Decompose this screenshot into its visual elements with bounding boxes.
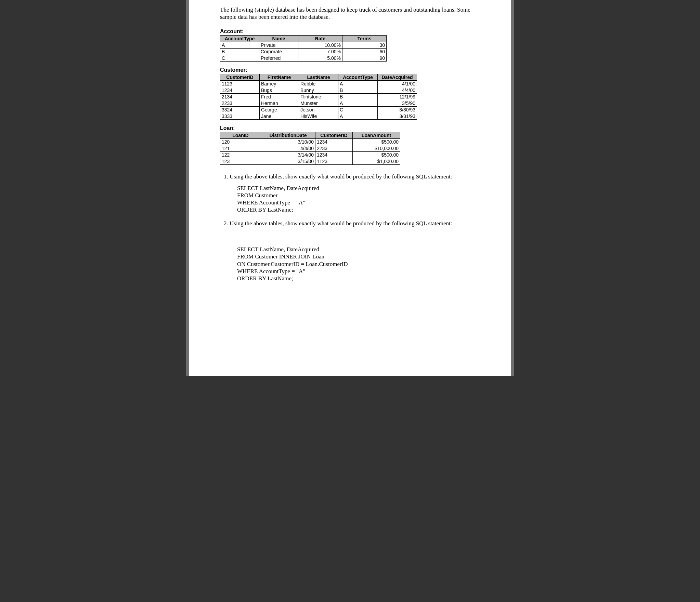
question-2-sql-text: SELECT LastName, DateAcquired FROM Custo…: [237, 246, 480, 282]
cell-type: B: [338, 93, 378, 100]
cell-type: C: [338, 106, 378, 113]
document-page: The following (simple) database has been…: [186, 0, 514, 376]
cell-rate: 7.00%: [298, 48, 342, 55]
table-row: 2233 Herman Munster A 3/5/90: [220, 100, 417, 106]
cell-custid: 2233: [315, 145, 353, 151]
question-1-sql: SELECT LastName, DateAcquired FROM Custo…: [237, 185, 480, 214]
cell-terms: 30: [342, 42, 387, 48]
table-row: 120 3/10/00 1234 $500.00: [220, 138, 400, 145]
question-list: Using the above tables, show exactly wha…: [220, 173, 480, 297]
loan-table: LoanID DistributionDate CustomerID LoanA…: [220, 132, 400, 165]
table-row: 3324 George Jetson C 3/30/93: [220, 106, 417, 113]
cell-type: A: [338, 80, 378, 87]
cell-id: 1123: [220, 80, 260, 87]
cell-date: 12/1/99: [378, 93, 417, 100]
cell-date: 3/5/90: [378, 100, 417, 106]
loan-header-id: LoanID: [220, 132, 261, 138]
customer-header-date: DateAcquired: [378, 74, 417, 80]
cell-id: 3333: [220, 113, 260, 119]
cell-rate: 5.00%: [298, 55, 342, 61]
table-row: 1234 Bugs Bunny B 4/4/00: [220, 87, 417, 93]
cell-custid: 1234: [315, 151, 353, 158]
cell-last: Jetson: [299, 106, 338, 113]
table-row: 122 3/14/00 1234 $500.00: [220, 151, 400, 158]
loan-header-date: DistributionDate: [261, 132, 315, 138]
cell-date: 3/31/93: [378, 113, 417, 119]
cell-first: Herman: [260, 100, 299, 106]
cell-loanid: 122: [220, 151, 261, 158]
cell-rate: 10.00%: [298, 42, 342, 48]
cell-distdate: 3/10/00: [261, 138, 315, 145]
question-2: Using the above tables, show exactly wha…: [230, 220, 480, 297]
cell-id: 2233: [220, 100, 260, 106]
cell-last: HisWife: [299, 113, 338, 119]
cell-type: B: [338, 87, 378, 93]
cell-date: 4/4/00: [378, 87, 417, 93]
cell-custid: 1234: [315, 138, 353, 145]
table-row: 123 3/15/00 1123 $1,000.00: [220, 158, 400, 164]
table-row: 121 4/4/00 2233 $10,000.00: [220, 145, 400, 151]
customer-header-type: AccountType: [338, 74, 378, 80]
account-header-row: AccountType Name Rate Terms: [220, 35, 387, 42]
cell-loanid: 120: [220, 138, 261, 145]
account-table: AccountType Name Rate Terms A Private 10…: [220, 35, 387, 62]
table-row: B Corporate 7.00% 60: [220, 48, 387, 55]
cell-name: Private: [259, 42, 298, 48]
cell-type: A: [338, 113, 378, 119]
account-table-title: Account:: [220, 28, 480, 35]
customer-header-first: FirstName: [260, 74, 299, 80]
customer-table-title: Customer:: [220, 67, 480, 73]
cell-last: Munster: [299, 100, 338, 106]
loan-header-amount: LoanAmount: [353, 132, 400, 138]
cell-first: Fred: [260, 93, 299, 100]
cell-last: Rubble: [299, 80, 338, 87]
cell-date: 4/1/00: [378, 80, 417, 87]
loan-header-row: LoanID DistributionDate CustomerID LoanA…: [220, 132, 400, 138]
cell-amount: $1,000.00: [353, 158, 400, 164]
cell-id: 1234: [220, 87, 260, 93]
cell-custid: 1123: [315, 158, 353, 164]
cell-date: 3/30/93: [378, 106, 417, 113]
account-header-rate: Rate: [298, 35, 342, 42]
cell-loanid: 123: [220, 158, 261, 164]
cell-first: Jane: [260, 113, 299, 119]
cell-distdate: 3/14/00: [261, 151, 315, 158]
cell-type: A: [338, 100, 378, 106]
cell-amount: $500.00: [353, 138, 400, 145]
cell-name: Preferred: [259, 55, 298, 61]
cell-first: George: [260, 106, 299, 113]
cell-distdate: 4/4/00: [261, 145, 315, 151]
cell-id: 3324: [220, 106, 260, 113]
question-1: Using the above tables, show exactly wha…: [230, 173, 480, 214]
cell-loanid: 121: [220, 145, 261, 151]
customer-header-id: CustomerID: [220, 74, 260, 80]
account-header-accounttype: AccountType: [220, 35, 259, 42]
question-2-prompt: Using the above tables, show exactly wha…: [230, 220, 452, 227]
cell-accounttype: A: [220, 42, 259, 48]
cell-distdate: 3/15/00: [261, 158, 315, 164]
loan-table-title: Loan:: [220, 125, 480, 131]
cell-name: Corporate: [259, 48, 298, 55]
cell-amount: $10,000.00: [353, 145, 400, 151]
cell-last: Bunny: [299, 87, 338, 93]
table-row: 1123 Barney Rubble A 4/1/00: [220, 80, 417, 87]
loan-header-cust: CustomerID: [315, 132, 353, 138]
customer-header-last: LastName: [299, 74, 338, 80]
question-2-sql: SELECT LastName, DateAcquired FROM Custo…: [237, 231, 480, 297]
cell-first: Barney: [260, 80, 299, 87]
cell-id: 2134: [220, 93, 260, 100]
question-1-prompt: Using the above tables, show exactly wha…: [230, 173, 452, 180]
cell-terms: 60: [342, 48, 387, 55]
table-row: A Private 10.00% 30: [220, 42, 387, 48]
table-row: 3333 Jane HisWife A 3/31/93: [220, 113, 417, 119]
cell-accounttype: B: [220, 48, 259, 55]
intro-paragraph: The following (simple) database has been…: [220, 6, 480, 21]
account-header-name: Name: [259, 35, 298, 42]
table-row: 2134 Fred Flintstone B 12/1/99: [220, 93, 417, 100]
cell-amount: $500.00: [353, 151, 400, 158]
customer-header-row: CustomerID FirstName LastName AccountTyp…: [220, 74, 417, 80]
cell-terms: 90: [342, 55, 387, 61]
cell-first: Bugs: [260, 87, 299, 93]
customer-table: CustomerID FirstName LastName AccountTyp…: [220, 74, 417, 120]
cell-accounttype: C: [220, 55, 259, 61]
